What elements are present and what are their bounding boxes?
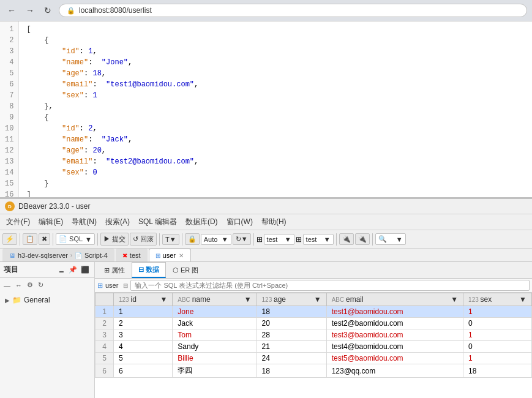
toolbar-btn-3[interactable]: ✖ bbox=[39, 233, 50, 245]
format-btn[interactable]: T▼ bbox=[162, 234, 179, 245]
sub-tab-data[interactable]: ⊟ 数据 bbox=[132, 262, 166, 278]
sidebar-collapse-btn[interactable]: — bbox=[2, 280, 12, 290]
col-header-id[interactable]: 123 id ▼ bbox=[114, 293, 173, 306]
table-row[interactable]: 44Sandy21test4@baomidou.com0 bbox=[96, 341, 532, 353]
forward-button[interactable]: → bbox=[23, 4, 37, 17]
refresh-button[interactable]: ↻ bbox=[42, 4, 54, 17]
dbeaver-icon: D bbox=[5, 201, 15, 211]
sidebar-minimize-btn[interactable]: 🗕 bbox=[57, 265, 66, 274]
menu-help[interactable]: 帮助(H) bbox=[258, 216, 290, 228]
col-header-name[interactable]: ABC name ▼ bbox=[173, 293, 257, 306]
tab-user-close[interactable]: ✕ bbox=[178, 252, 184, 259]
table-row[interactable]: 11Jone18test1@baomidou.com1 bbox=[96, 306, 532, 318]
cell-email: test1@baomidou.com bbox=[326, 306, 463, 318]
toolbar-btn-1[interactable]: ⚡ bbox=[2, 233, 17, 245]
rollback-btn[interactable]: ↺ 回滚 bbox=[130, 233, 157, 246]
cell-rownum: 4 bbox=[96, 341, 114, 353]
cell-name: Sandy bbox=[173, 341, 257, 353]
table-row[interactable]: 66李四18123@qq.com18 bbox=[96, 364, 532, 378]
folder-icon: 📁 bbox=[12, 296, 21, 304]
sidebar-menu-btn[interactable]: ⬛ bbox=[80, 265, 91, 274]
chevron-icon-2: ▼ bbox=[324, 236, 331, 243]
filter-input[interactable] bbox=[130, 280, 530, 291]
sidebar-pin-btn[interactable]: 📌 bbox=[67, 265, 78, 274]
col-header-sex[interactable]: 123 sex ▼ bbox=[463, 293, 532, 306]
separator-8 bbox=[372, 233, 373, 246]
line-numbers: 123456 789101112 13141516 bbox=[0, 21, 19, 199]
tab-script4-name: Script-4 bbox=[84, 252, 108, 259]
chevron-icon-1: ▼ bbox=[285, 236, 291, 243]
zoom-dropdown[interactable]: 🔍 ▼ bbox=[375, 233, 406, 245]
submit-btn[interactable]: ▶ 提交 bbox=[100, 233, 129, 246]
code-body: [ { "id": 1, "name": "Jone", "age": 18, … bbox=[19, 21, 206, 199]
col-header-email[interactable]: ABC email ▼ bbox=[326, 293, 463, 306]
menu-database[interactable]: 数据库(D) bbox=[182, 216, 222, 228]
tab-user[interactable]: ⊞ user ✕ bbox=[149, 249, 191, 261]
close-red-icon: ✖ bbox=[122, 252, 127, 259]
cell-age: 24 bbox=[257, 353, 326, 364]
test-label-2: test bbox=[306, 236, 317, 243]
menu-nav[interactable]: 导航(N) bbox=[68, 216, 100, 228]
sidebar-expand-btn[interactable]: ↔ bbox=[14, 280, 23, 290]
cell-name: 李四 bbox=[173, 364, 257, 378]
file-tabs: 🖥 h3-dev-sqlserver › 📄 Script-4 ✖ test ⊞… bbox=[0, 249, 532, 262]
sidebar-refresh-btn[interactable]: ↻ bbox=[37, 280, 45, 290]
separator-1 bbox=[20, 233, 20, 246]
window-title: DBeaver 23.3.0 - user bbox=[18, 202, 90, 211]
test-dropdown-1[interactable]: test ▼ bbox=[264, 234, 294, 245]
tab-test[interactable]: ✖ test bbox=[116, 249, 148, 261]
cell-rownum: 2 bbox=[96, 318, 114, 329]
menu-file[interactable]: 文件(F) bbox=[2, 216, 34, 228]
cell-id: 1 bbox=[114, 306, 173, 318]
main-content: 项目 🗕 📌 ⬛ — ↔ ⚙ ↻ bbox=[0, 262, 532, 398]
cell-sex: 0 bbox=[463, 341, 532, 353]
cell-id: 3 bbox=[114, 329, 173, 341]
cell-rownum: 3 bbox=[96, 329, 114, 341]
col-header-age[interactable]: 123 age ▼ bbox=[257, 293, 326, 306]
auto-dropdown[interactable]: Auto ▼ bbox=[201, 234, 231, 245]
er-icon: ⬡ bbox=[173, 266, 179, 274]
zoom-icon: 🔍 bbox=[378, 235, 387, 243]
sidebar-settings-btn[interactable]: ⚙ bbox=[26, 280, 34, 290]
data-table-wrap[interactable]: 123 id ▼ ABC name ▼ 123 age ▼ bbox=[95, 293, 532, 398]
sql-dropdown[interactable]: 📄 SQL ▼ bbox=[56, 233, 95, 245]
cell-sex: 0 bbox=[463, 318, 532, 329]
table-icon: ⊞ bbox=[155, 252, 160, 259]
connect-btn[interactable]: 🔌 bbox=[339, 233, 354, 245]
sub-tab-er[interactable]: ⬡ ER 图 bbox=[166, 262, 205, 278]
cell-id: 5 bbox=[114, 353, 173, 364]
address-bar[interactable]: 🔒 localhost:8080/userlist bbox=[59, 4, 527, 17]
cell-email: test4@baomidou.com bbox=[326, 341, 463, 353]
separator-6 bbox=[253, 233, 254, 246]
col-header-rownum[interactable] bbox=[96, 293, 114, 306]
table-row[interactable]: 55Billie24test5@baomidou.com1 bbox=[96, 353, 532, 364]
separator-2 bbox=[53, 233, 53, 246]
dbeaver-window: D DBeaver 23.3.0 - user 文件(F) 编辑(E) 导航(N… bbox=[0, 199, 532, 398]
lock-icon: 🔒 bbox=[67, 7, 75, 15]
menu-search[interactable]: 搜索(A) bbox=[102, 216, 133, 228]
tab-script4[interactable]: 🖥 h3-dev-sqlserver › 📄 Script-4 bbox=[2, 249, 114, 261]
sidebar-actions: 🗕 📌 ⬛ bbox=[57, 265, 91, 274]
table-row[interactable]: 33Tom28test3@baomidou.com1 bbox=[96, 329, 532, 341]
disconnect-btn[interactable]: 🔌 bbox=[355, 233, 370, 245]
sort-icon-age: ▼ bbox=[314, 295, 321, 304]
sql-label: 📄 SQL bbox=[59, 235, 83, 243]
menu-window[interactable]: 窗口(W) bbox=[223, 216, 257, 228]
sub-tabs: ⊞ 属性 ⊟ 数据 ⬡ ER 图 bbox=[95, 262, 532, 279]
sidebar-tree: ▶ 📁 General bbox=[0, 292, 94, 308]
tree-item-general[interactable]: ▶ 📁 General bbox=[2, 295, 92, 306]
toolbar-btn-2[interactable]: 📋 bbox=[23, 233, 37, 245]
cell-age: 18 bbox=[257, 306, 326, 318]
lock-btn[interactable]: 🔒 bbox=[185, 233, 200, 245]
cell-age: 18 bbox=[257, 364, 326, 378]
menu-edit[interactable]: 编辑(E) bbox=[35, 216, 67, 228]
back-button[interactable]: ← bbox=[5, 4, 18, 17]
menu-sql-editor[interactable]: SQL 编辑器 bbox=[135, 216, 181, 228]
sub-tab-properties[interactable]: ⊞ 属性 bbox=[97, 262, 132, 278]
browser-chrome: ← → ↻ 🔒 localhost:8080/userlist bbox=[0, 0, 532, 21]
test-dropdown-2[interactable]: test ▼ bbox=[303, 234, 334, 245]
table-row[interactable]: 22Jack20test2@baomidou.com0 bbox=[96, 318, 532, 329]
sidebar-header: 项目 🗕 📌 ⬛ bbox=[0, 262, 94, 278]
sub-tab-properties-label: 属性 bbox=[111, 266, 125, 275]
arrow-btn[interactable]: ↻▼ bbox=[233, 233, 251, 245]
